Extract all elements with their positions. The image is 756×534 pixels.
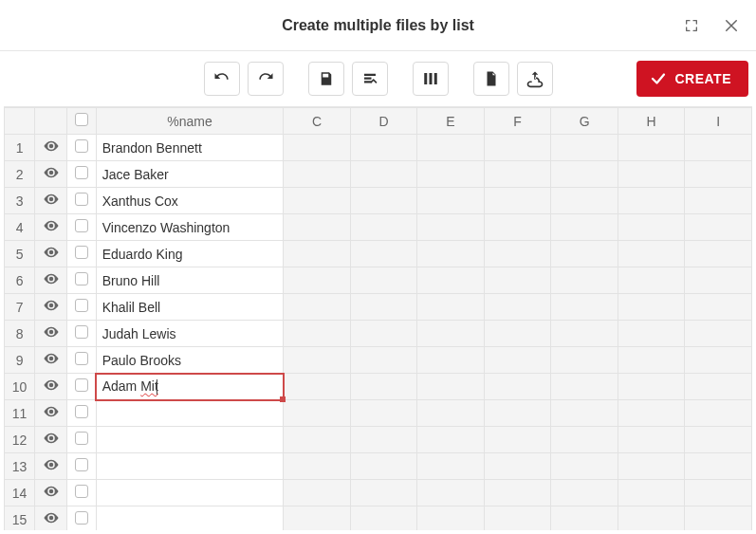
col-header-g[interactable]: G: [551, 108, 618, 135]
empty-cell[interactable]: [551, 267, 618, 294]
empty-cell[interactable]: [618, 294, 685, 321]
empty-cell[interactable]: [350, 506, 417, 531]
expand-icon[interactable]: [674, 9, 709, 43]
upload-button[interactable]: [517, 62, 553, 96]
name-cell[interactable]: Judah Lewis: [96, 321, 284, 347]
row-checkbox-cell[interactable]: [67, 241, 96, 267]
empty-cell[interactable]: [417, 294, 485, 321]
row-number[interactable]: 6: [5, 267, 35, 294]
empty-cell[interactable]: [284, 294, 351, 321]
name-cell[interactable]: Jace Baker: [96, 161, 284, 188]
col-header-f[interactable]: F: [484, 108, 551, 135]
empty-cell[interactable]: [484, 427, 551, 453]
select-all-header[interactable]: [67, 108, 96, 135]
row-checkbox-cell[interactable]: [67, 480, 96, 506]
empty-cell[interactable]: [417, 506, 485, 531]
name-cell[interactable]: [96, 400, 284, 427]
row-checkbox-cell[interactable]: [67, 506, 96, 531]
empty-cell[interactable]: [551, 427, 618, 453]
clear-format-button[interactable]: [352, 62, 388, 96]
empty-cell[interactable]: [551, 347, 618, 374]
row-checkbox[interactable]: [75, 246, 88, 259]
col-header-h[interactable]: H: [618, 108, 685, 135]
empty-cell[interactable]: [685, 294, 752, 321]
empty-cell[interactable]: [417, 188, 485, 214]
row-number[interactable]: 3: [5, 188, 35, 214]
empty-cell[interactable]: [685, 453, 752, 480]
row-number[interactable]: 12: [5, 427, 35, 453]
row-checkbox[interactable]: [75, 193, 88, 206]
empty-cell[interactable]: [484, 506, 551, 531]
row-checkbox[interactable]: [75, 378, 88, 392]
empty-cell[interactable]: [551, 135, 618, 161]
empty-cell[interactable]: [484, 267, 551, 294]
row-number[interactable]: 15: [5, 506, 35, 531]
visibility-toggle[interactable]: [35, 294, 67, 321]
empty-cell[interactable]: [551, 374, 618, 400]
empty-cell[interactable]: [618, 453, 685, 480]
empty-cell[interactable]: [417, 321, 485, 347]
empty-cell[interactable]: [284, 321, 351, 347]
empty-cell[interactable]: [284, 400, 351, 427]
empty-cell[interactable]: [350, 241, 417, 267]
empty-cell[interactable]: [417, 241, 485, 267]
row-checkbox[interactable]: [75, 139, 88, 153]
empty-cell[interactable]: [618, 347, 685, 374]
empty-cell[interactable]: [350, 214, 417, 241]
empty-cell[interactable]: [417, 135, 485, 161]
col-header-d[interactable]: D: [350, 108, 417, 135]
empty-cell[interactable]: [618, 321, 685, 347]
empty-cell[interactable]: [417, 374, 485, 400]
empty-cell[interactable]: [284, 135, 351, 161]
row-checkbox-cell[interactable]: [67, 374, 96, 400]
empty-cell[interactable]: [551, 241, 618, 267]
row-checkbox-cell[interactable]: [67, 161, 96, 188]
empty-cell[interactable]: [350, 321, 417, 347]
row-number[interactable]: 2: [5, 161, 35, 188]
empty-cell[interactable]: [685, 347, 752, 374]
name-cell[interactable]: Khalil Bell: [96, 294, 284, 321]
row-number[interactable]: 13: [5, 453, 35, 480]
close-icon[interactable]: [714, 9, 748, 43]
row-checkbox[interactable]: [75, 272, 88, 285]
empty-cell[interactable]: [350, 453, 417, 480]
empty-cell[interactable]: [417, 480, 485, 506]
redo-button[interactable]: [248, 62, 284, 96]
create-button[interactable]: CREATE: [636, 61, 748, 97]
visibility-toggle[interactable]: [35, 427, 67, 453]
visibility-toggle[interactable]: [35, 506, 67, 531]
row-number[interactable]: 9: [5, 347, 35, 374]
row-number[interactable]: 8: [5, 321, 35, 347]
empty-cell[interactable]: [551, 453, 618, 480]
empty-cell[interactable]: [618, 135, 685, 161]
empty-cell[interactable]: [551, 506, 618, 531]
visibility-toggle[interactable]: [35, 400, 67, 427]
row-number[interactable]: 4: [5, 214, 35, 241]
row-checkbox-cell[interactable]: [67, 400, 96, 427]
row-checkbox-cell[interactable]: [67, 427, 96, 453]
empty-cell[interactable]: [685, 241, 752, 267]
empty-cell[interactable]: [417, 347, 485, 374]
empty-cell[interactable]: [350, 347, 417, 374]
empty-cell[interactable]: [284, 374, 351, 400]
visibility-toggle[interactable]: [35, 321, 67, 347]
row-checkbox[interactable]: [75, 219, 88, 232]
empty-cell[interactable]: [484, 135, 551, 161]
empty-cell[interactable]: [618, 506, 685, 531]
row-number[interactable]: 10: [5, 374, 35, 400]
empty-cell[interactable]: [350, 400, 417, 427]
visibility-toggle[interactable]: [35, 214, 67, 241]
name-cell[interactable]: [96, 453, 284, 480]
empty-cell[interactable]: [417, 427, 485, 453]
empty-cell[interactable]: [618, 241, 685, 267]
row-checkbox-cell[interactable]: [67, 453, 96, 480]
row-number[interactable]: 11: [5, 400, 35, 427]
columns-button[interactable]: [413, 62, 449, 96]
empty-cell[interactable]: [551, 400, 618, 427]
row-checkbox[interactable]: [75, 458, 88, 471]
empty-cell[interactable]: [417, 161, 485, 188]
empty-cell[interactable]: [350, 294, 417, 321]
name-cell[interactable]: [96, 427, 284, 453]
empty-cell[interactable]: [484, 188, 551, 214]
empty-cell[interactable]: [417, 267, 485, 294]
